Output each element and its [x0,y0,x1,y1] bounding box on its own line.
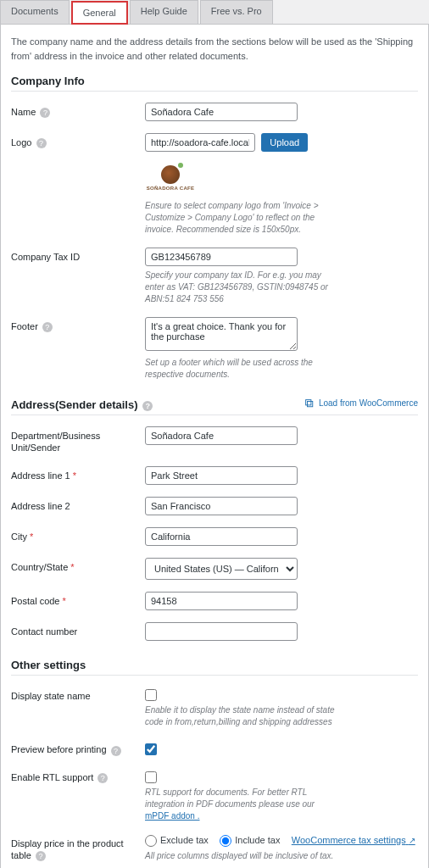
mpdf-addon-link[interactable]: mPDF addon . [145,811,199,821]
label-name: Name ? [11,103,145,118]
help-icon[interactable]: ? [40,108,50,118]
logo-brand-text: SOÑADORA CAFE [147,186,195,191]
tax-id-hint: Specify your company tax ID. For e.g. yo… [145,270,340,305]
rtl-hint: RTL support for documents. For better RT… [145,787,340,822]
price-hint: All price columns displayed will be incl… [145,850,340,862]
department-input[interactable] [145,426,298,445]
tax-id-input[interactable] [145,248,298,266]
logo-hint: Ensure to select company logo from 'Invo… [145,200,340,236]
exclude-tax-radio[interactable] [145,835,157,847]
label-address2: Address line 2 [11,497,145,512]
label-contact: Contact number [11,622,145,637]
label-display-state: Display state name [11,687,145,702]
label-postal: Postal code * [11,592,145,607]
help-icon[interactable]: ? [142,401,153,411]
load-from-woocommerce-link[interactable]: Load from WooCommerce [305,398,418,408]
tab-general[interactable]: General [71,1,128,25]
footer-textarea[interactable]: It's a great choice. Thank you for the p… [145,317,298,351]
include-tax-radio[interactable] [220,835,231,847]
label-footer: Footer ? [11,317,145,332]
upload-button[interactable]: Upload [261,133,308,152]
tab-documents[interactable]: Documents [0,0,70,24]
settings-panel: The company name and the address details… [0,24,429,868]
help-icon[interactable]: ? [111,746,121,756]
tab-bar: Documents General Help Guide Free vs. Pr… [0,0,429,24]
help-icon[interactable]: ? [98,773,108,783]
section-company-info: Company Info [11,75,418,92]
wc-tax-settings-link[interactable]: WooCommerce tax settings ↗ [292,835,415,845]
city-input[interactable] [145,527,298,546]
copy-icon [305,399,314,408]
help-icon[interactable]: ? [36,138,47,148]
help-icon[interactable]: ? [42,322,53,332]
label-department: Department/Business Unit/Sender [11,426,145,454]
section-other-settings: Other settings [11,659,418,676]
display-state-hint: Enable it to display the state name inst… [145,704,340,728]
footer-hint: Set up a footer which will be used acros… [145,357,340,381]
external-link-icon: ↗ [409,836,415,845]
display-state-checkbox[interactable] [145,689,157,701]
label-preview: Preview before printing ? [11,740,145,755]
svg-rect-1 [306,400,311,405]
preview-checkbox[interactable] [145,743,157,755]
label-rtl: Enable RTL support ? [11,768,145,783]
tab-free-vs-pro[interactable]: Free vs. Pro [200,0,273,24]
section-address: Address(Sender details) ? Load from WooC… [11,398,418,415]
exclude-tax-radio-label[interactable]: Exclude tax [145,835,209,845]
logo-preview: SOÑADORA CAFE [145,159,196,197]
name-input[interactable] [145,103,298,121]
contact-input[interactable] [145,622,298,641]
label-tax-id: Company Tax ID [11,248,145,263]
country-select[interactable]: United States (US) — California [145,558,298,580]
svg-rect-0 [308,402,313,407]
address1-input[interactable] [145,466,298,485]
include-tax-radio-label[interactable]: Include tax [220,835,280,845]
label-logo: Logo ? [11,133,145,148]
label-address1: Address line 1 * [11,466,145,481]
rtl-checkbox[interactable] [145,771,157,783]
address2-input[interactable] [145,497,298,515]
postal-input[interactable] [145,592,298,610]
intro-text: The company name and the address details… [11,35,418,63]
label-country: Country/State * [11,558,145,573]
logo-url-input[interactable] [145,133,255,152]
help-icon[interactable]: ? [36,851,46,861]
label-city: City * [11,527,145,542]
tab-help-guide[interactable]: Help Guide [130,0,198,24]
logo-image-icon [161,165,180,184]
label-price-display: Display price in the product table ? [11,834,145,862]
